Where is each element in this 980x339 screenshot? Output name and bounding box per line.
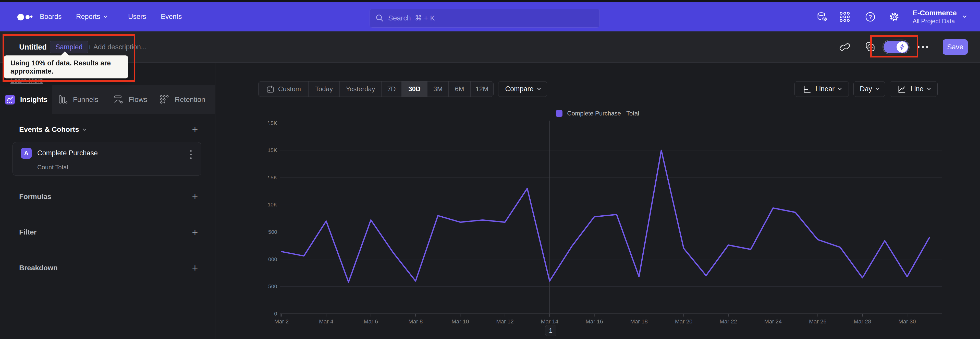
section-label: Events & Cohorts	[19, 125, 79, 134]
event-series-badge: A	[21, 148, 32, 158]
nav-item-boards[interactable]: Boards	[40, 2, 62, 31]
pagination-page-1[interactable]: 1	[545, 325, 556, 336]
nav-item-reports[interactable]: Reports	[76, 2, 107, 31]
chevron-down-icon	[83, 127, 87, 131]
svg-text:Mar 2: Mar 2	[274, 318, 289, 325]
line-chart-icon	[897, 85, 906, 94]
more-options-icon[interactable]	[916, 41, 930, 53]
chart-type-dropdown[interactable]: Line	[890, 81, 938, 97]
event-card-complete-purchase[interactable]: A Complete Purchase Count Total	[13, 142, 201, 176]
range-label: Custom	[278, 85, 301, 93]
nav-label: Boards	[40, 13, 62, 21]
chevron-down-icon	[103, 14, 107, 18]
section-label: Breakdown	[19, 264, 58, 272]
chevron-down-icon	[838, 86, 842, 90]
event-metric[interactable]: Count Total	[37, 164, 68, 171]
help-icon[interactable]: ?	[865, 2, 876, 31]
range-30d[interactable]: 30D	[402, 82, 428, 97]
duplicate-report-icon[interactable]	[863, 41, 876, 53]
apps-grid-icon[interactable]	[839, 2, 850, 31]
data-management-icon[interactable]	[816, 2, 828, 31]
tooltip-learn-more-link[interactable]: Learn More	[11, 77, 43, 84]
svg-text:Mar 6: Mar 6	[364, 318, 378, 325]
global-search[interactable]	[369, 9, 600, 27]
report-title-bar: Untitled Sampled + Add description...	[0, 31, 980, 62]
events-cohorts-header[interactable]: Events & Cohorts +	[19, 123, 201, 136]
svg-text:12.5K: 12.5K	[268, 174, 277, 181]
mixpanel-logo-icon[interactable]	[14, 12, 37, 22]
range-3m[interactable]: 3M	[428, 82, 449, 97]
window-top-strip	[0, 0, 980, 2]
toggle-knob	[897, 42, 908, 53]
tab-label: Flows	[129, 96, 147, 104]
filter-section: Filter +	[19, 226, 201, 238]
svg-text:Mar 24: Mar 24	[764, 318, 782, 325]
add-formula-button[interactable]: +	[189, 190, 201, 203]
calendar-icon	[266, 85, 275, 93]
tab-insights[interactable]: Insights	[0, 85, 52, 114]
svg-text:Mar 30: Mar 30	[898, 318, 916, 325]
add-event-button[interactable]: +	[189, 123, 201, 136]
svg-text:Mar 10: Mar 10	[452, 318, 469, 325]
range-yesterday[interactable]: Yesterday	[340, 82, 382, 97]
tab-label: Retention	[175, 96, 205, 104]
nav-item-events[interactable]: Events	[161, 2, 182, 31]
svg-text:Mar 12: Mar 12	[496, 318, 514, 325]
save-button[interactable]: Save	[943, 39, 968, 55]
svg-text:5,000: 5,000	[268, 256, 277, 262]
linear-axis-icon	[802, 85, 811, 94]
nav-label: Reports	[76, 13, 100, 21]
svg-text:7,500: 7,500	[268, 229, 277, 235]
svg-text:?: ?	[869, 14, 872, 20]
range-12m[interactable]: 12M	[471, 82, 493, 97]
settings-gear-icon[interactable]	[889, 2, 900, 31]
add-breakdown-button[interactable]: +	[189, 262, 201, 274]
nav-label: Events	[161, 13, 182, 21]
button-label: Linear	[815, 85, 835, 93]
search-icon	[375, 14, 384, 22]
lightning-bolt-icon	[899, 44, 905, 50]
copy-link-icon[interactable]	[838, 41, 851, 53]
toolbar-divider	[935, 43, 935, 52]
compare-button[interactable]: Compare	[498, 81, 547, 97]
insights-chart-icon	[4, 94, 16, 105]
range-today[interactable]: Today	[309, 82, 340, 97]
search-input[interactable]	[388, 14, 594, 22]
tab-funnels[interactable]: Funnels	[52, 85, 104, 114]
svg-text:15K: 15K	[268, 147, 277, 153]
breakdown-section: Breakdown +	[19, 262, 201, 274]
range-custom[interactable]: Custom	[259, 82, 309, 97]
svg-text:Mar 4: Mar 4	[319, 318, 333, 325]
button-label: Line	[910, 85, 923, 93]
axis-scale-dropdown[interactable]: Linear	[794, 81, 849, 97]
svg-text:Mar 26: Mar 26	[809, 318, 826, 325]
tab-label: Insights	[20, 96, 48, 104]
event-options-kebab-icon[interactable]	[186, 149, 196, 161]
sampling-toggle[interactable]	[883, 41, 908, 53]
chevron-down-icon	[876, 86, 879, 90]
svg-text:10K: 10K	[268, 201, 277, 208]
svg-text:Mar 28: Mar 28	[854, 318, 871, 325]
chevron-down-icon	[927, 86, 931, 90]
svg-text:Mar 18: Mar 18	[630, 318, 648, 325]
svg-text:Mar 16: Mar 16	[585, 318, 603, 325]
interval-dropdown[interactable]: Day	[853, 81, 885, 97]
svg-text:Mar 22: Mar 22	[720, 318, 737, 325]
sampling-tooltip: Using 10% of data. Results are approxima…	[4, 56, 128, 78]
svg-text:2,500: 2,500	[268, 283, 277, 289]
svg-text:0: 0	[274, 311, 277, 317]
project-switcher[interactable]: E-Commerce All Project Data	[913, 2, 966, 31]
project-scope: All Project Data	[913, 18, 957, 25]
date-range-control: Custom Today Yesterday 7D 30D 3M 6M 12M	[258, 81, 493, 97]
nav-item-users[interactable]: Users	[128, 2, 146, 31]
tab-retention[interactable]: Retention	[156, 85, 208, 114]
tab-flows[interactable]: Flows	[104, 85, 156, 114]
top-navigation-bar: Boards Reports Users Events	[0, 2, 980, 31]
add-filter-button[interactable]: +	[189, 226, 201, 238]
svg-text:Mar 14: Mar 14	[541, 318, 558, 325]
flows-icon	[113, 94, 124, 105]
formulas-section: Formulas +	[19, 190, 201, 203]
section-label: Filter	[19, 228, 37, 236]
range-7d[interactable]: 7D	[382, 82, 402, 97]
range-6m[interactable]: 6M	[449, 82, 471, 97]
